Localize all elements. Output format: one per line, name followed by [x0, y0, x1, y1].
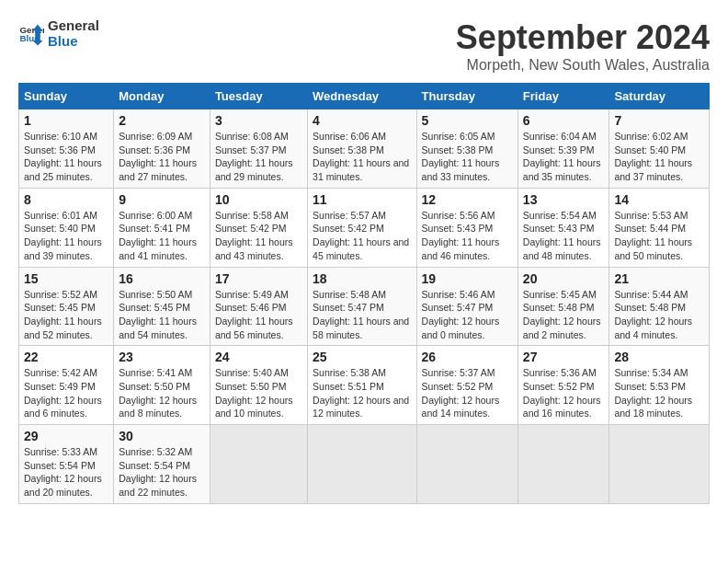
day-detail: Sunrise: 5:56 AM Sunset: 5:43 PM Dayligh… [422, 209, 513, 263]
week-row-1: 1 Sunrise: 6:10 AM Sunset: 5:36 PM Dayli… [19, 109, 710, 189]
day-number: 23 [119, 350, 205, 364]
calendar-cell: 16 Sunrise: 5:50 AM Sunset: 5:45 PM Dayl… [114, 267, 210, 346]
calendar-cell: 28 Sunrise: 5:34 AM Sunset: 5:53 PM Dayl… [609, 346, 710, 425]
calendar-cell: 25 Sunrise: 5:38 AM Sunset: 5:51 PM Dayl… [308, 346, 416, 425]
calendar-cell: 30 Sunrise: 5:32 AM Sunset: 5:54 PM Dayl… [114, 425, 210, 504]
calendar-title: September 2024 [456, 18, 710, 57]
day-number: 11 [313, 192, 411, 207]
header: General Blue General Blue September 2024… [18, 18, 710, 74]
week-row-5: 29 Sunrise: 5:33 AM Sunset: 5:54 PM Dayl… [19, 425, 710, 504]
day-number: 8 [24, 192, 108, 207]
day-detail: Sunrise: 5:36 AM Sunset: 5:52 PM Dayligh… [523, 366, 605, 420]
col-monday: Monday [114, 84, 210, 109]
day-detail: Sunrise: 5:40 AM Sunset: 5:50 PM Dayligh… [215, 366, 302, 420]
day-detail: Sunrise: 6:06 AM Sunset: 5:38 PM Dayligh… [313, 130, 411, 184]
calendar-cell: 8 Sunrise: 6:01 AM Sunset: 5:40 PM Dayli… [19, 188, 114, 267]
day-detail: Sunrise: 5:38 AM Sunset: 5:51 PM Dayligh… [313, 366, 411, 420]
day-number: 17 [215, 271, 302, 286]
calendar-cell: 24 Sunrise: 5:40 AM Sunset: 5:50 PM Dayl… [210, 346, 307, 425]
calendar-cell: 2 Sunrise: 6:09 AM Sunset: 5:36 PM Dayli… [114, 109, 210, 189]
day-detail: Sunrise: 5:50 AM Sunset: 5:45 PM Dayligh… [119, 288, 205, 342]
calendar-cell: 29 Sunrise: 5:33 AM Sunset: 5:54 PM Dayl… [19, 425, 114, 504]
day-number: 29 [24, 429, 108, 443]
calendar-cell [416, 425, 518, 504]
day-number: 27 [523, 350, 605, 364]
logo: General Blue General Blue [18, 18, 99, 49]
calendar-cell: 9 Sunrise: 6:00 AM Sunset: 5:41 PM Dayli… [114, 188, 210, 267]
day-number: 2 [119, 113, 205, 128]
day-detail: Sunrise: 5:54 AM Sunset: 5:43 PM Dayligh… [523, 209, 605, 263]
day-detail: Sunrise: 5:34 AM Sunset: 5:53 PM Dayligh… [614, 366, 704, 420]
calendar-body: 1 Sunrise: 6:10 AM Sunset: 5:36 PM Dayli… [19, 109, 710, 504]
calendar-cell: 12 Sunrise: 5:56 AM Sunset: 5:43 PM Dayl… [416, 188, 518, 267]
day-number: 3 [215, 113, 302, 128]
col-tuesday: Tuesday [210, 84, 307, 109]
day-detail: Sunrise: 5:46 AM Sunset: 5:47 PM Dayligh… [422, 288, 513, 342]
week-row-2: 8 Sunrise: 6:01 AM Sunset: 5:40 PM Dayli… [19, 188, 710, 267]
day-detail: Sunrise: 5:53 AM Sunset: 5:44 PM Dayligh… [614, 209, 704, 263]
day-detail: Sunrise: 5:45 AM Sunset: 5:48 PM Dayligh… [523, 288, 605, 342]
col-wednesday: Wednesday [308, 84, 416, 109]
day-detail: Sunrise: 6:09 AM Sunset: 5:36 PM Dayligh… [119, 130, 205, 184]
day-detail: Sunrise: 5:44 AM Sunset: 5:48 PM Dayligh… [614, 288, 704, 342]
col-saturday: Saturday [609, 84, 710, 109]
day-number: 10 [215, 192, 302, 207]
day-number: 14 [614, 192, 704, 207]
day-detail: Sunrise: 6:00 AM Sunset: 5:41 PM Dayligh… [119, 209, 205, 263]
calendar-cell: 21 Sunrise: 5:44 AM Sunset: 5:48 PM Dayl… [609, 267, 710, 346]
col-friday: Friday [518, 84, 609, 109]
week-row-3: 15 Sunrise: 5:52 AM Sunset: 5:45 PM Dayl… [19, 267, 710, 346]
day-number: 24 [215, 350, 302, 364]
day-number: 12 [422, 192, 513, 207]
day-number: 5 [422, 113, 513, 128]
calendar-cell [609, 425, 710, 504]
logo-line1: General [48, 18, 99, 34]
calendar-subtitle: Morpeth, New South Wales, Australia [456, 57, 710, 74]
calendar-cell: 14 Sunrise: 5:53 AM Sunset: 5:44 PM Dayl… [609, 188, 710, 267]
day-detail: Sunrise: 6:04 AM Sunset: 5:39 PM Dayligh… [523, 130, 605, 184]
day-detail: Sunrise: 5:32 AM Sunset: 5:54 PM Dayligh… [119, 445, 205, 500]
calendar-cell: 26 Sunrise: 5:37 AM Sunset: 5:52 PM Dayl… [416, 346, 518, 425]
col-sunday: Sunday [19, 84, 114, 109]
calendar-cell: 20 Sunrise: 5:45 AM Sunset: 5:48 PM Dayl… [518, 267, 609, 346]
day-number: 18 [313, 271, 411, 286]
day-number: 13 [523, 192, 605, 207]
day-number: 6 [523, 113, 605, 128]
calendar-cell: 10 Sunrise: 5:58 AM Sunset: 5:42 PM Dayl… [210, 188, 307, 267]
day-number: 20 [523, 271, 605, 286]
day-detail: Sunrise: 6:10 AM Sunset: 5:36 PM Dayligh… [24, 130, 108, 184]
calendar-cell: 23 Sunrise: 5:41 AM Sunset: 5:50 PM Dayl… [114, 346, 210, 425]
calendar-cell [308, 425, 416, 504]
day-number: 1 [24, 113, 108, 128]
day-number: 25 [313, 350, 411, 364]
day-number: 7 [614, 113, 704, 128]
calendar-cell: 7 Sunrise: 6:02 AM Sunset: 5:40 PM Dayli… [609, 109, 710, 189]
day-detail: Sunrise: 6:01 AM Sunset: 5:40 PM Dayligh… [24, 209, 108, 263]
day-detail: Sunrise: 5:48 AM Sunset: 5:47 PM Dayligh… [313, 288, 411, 342]
day-number: 30 [119, 429, 205, 443]
calendar-cell: 13 Sunrise: 5:54 AM Sunset: 5:43 PM Dayl… [518, 188, 609, 267]
calendar-cell: 5 Sunrise: 6:05 AM Sunset: 5:38 PM Dayli… [416, 109, 518, 189]
calendar-cell [210, 425, 307, 504]
calendar-cell: 27 Sunrise: 5:36 AM Sunset: 5:52 PM Dayl… [518, 346, 609, 425]
logo-line2: Blue [48, 34, 99, 50]
day-number: 15 [24, 271, 108, 286]
day-detail: Sunrise: 5:52 AM Sunset: 5:45 PM Dayligh… [24, 288, 108, 342]
day-number: 28 [614, 350, 704, 364]
calendar-cell: 3 Sunrise: 6:08 AM Sunset: 5:37 PM Dayli… [210, 109, 307, 189]
logo-icon: General Blue [18, 21, 44, 47]
day-detail: Sunrise: 5:33 AM Sunset: 5:54 PM Dayligh… [24, 445, 108, 500]
calendar-cell: 6 Sunrise: 6:04 AM Sunset: 5:39 PM Dayli… [518, 109, 609, 189]
day-number: 21 [614, 271, 704, 286]
day-detail: Sunrise: 5:41 AM Sunset: 5:50 PM Dayligh… [119, 366, 205, 420]
day-detail: Sunrise: 6:05 AM Sunset: 5:38 PM Dayligh… [422, 130, 513, 184]
calendar-cell: 1 Sunrise: 6:10 AM Sunset: 5:36 PM Dayli… [19, 109, 114, 189]
calendar-cell [518, 425, 609, 504]
day-detail: Sunrise: 5:58 AM Sunset: 5:42 PM Dayligh… [215, 209, 302, 263]
day-detail: Sunrise: 5:42 AM Sunset: 5:49 PM Dayligh… [24, 366, 108, 420]
calendar-cell: 4 Sunrise: 6:06 AM Sunset: 5:38 PM Dayli… [308, 109, 416, 189]
calendar-cell: 15 Sunrise: 5:52 AM Sunset: 5:45 PM Dayl… [19, 267, 114, 346]
calendar-cell: 17 Sunrise: 5:49 AM Sunset: 5:46 PM Dayl… [210, 267, 307, 346]
day-number: 26 [422, 350, 513, 364]
day-number: 19 [422, 271, 513, 286]
